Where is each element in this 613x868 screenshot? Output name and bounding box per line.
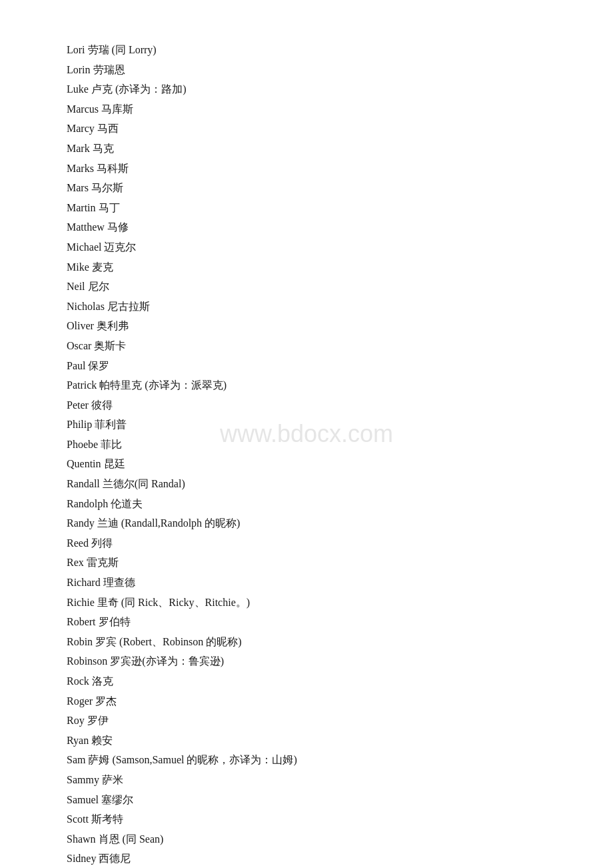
list-item: Rex 雷克斯 xyxy=(67,553,546,573)
list-item: Robinson 罗宾逊(亦译为：鲁宾逊) xyxy=(67,651,546,671)
list-item: Robin 罗宾 (Robert、Robinson 的昵称) xyxy=(67,632,546,652)
list-item: Mars 马尔斯 xyxy=(67,178,546,198)
list-item: Mike 麦克 xyxy=(67,257,546,277)
list-item: Mark 马克 xyxy=(67,139,546,159)
list-item: Sammy 萨米 xyxy=(67,770,546,790)
list-item: Randall 兰德尔(同 Randal) xyxy=(67,474,546,494)
list-item: Oscar 奥斯卡 xyxy=(67,336,546,356)
list-item: Neil 尼尔 xyxy=(67,277,546,297)
list-item: Samuel 塞缪尔 xyxy=(67,790,546,810)
list-item: Lori 劳瑞 (同 Lorry) xyxy=(67,40,546,60)
list-item: Quentin 昆廷 xyxy=(67,454,546,474)
list-item: Nicholas 尼古拉斯 xyxy=(67,297,546,317)
list-item: Luke 卢克 (亦译为：路加) xyxy=(67,79,546,99)
list-item: Roy 罗伊 xyxy=(67,711,546,731)
list-item: Scott 斯考特 xyxy=(67,809,546,829)
list-item: Oliver 奥利弗 xyxy=(67,316,546,336)
list-item: Randolph 伦道夫 xyxy=(67,494,546,514)
list-item: Richie 里奇 (同 Rick、Ricky、Ritchie。) xyxy=(67,593,546,613)
content-area: Lori 劳瑞 (同 Lorry)Lorin 劳瑞恩Luke 卢克 (亦译为：路… xyxy=(0,0,613,868)
list-item: Shawn 肖恩 (同 Sean) xyxy=(67,829,546,849)
list-item: Paul 保罗 xyxy=(67,356,546,376)
list-item: Phoebe 菲比 xyxy=(67,435,546,455)
list-item: Michael 迈克尔 xyxy=(67,237,546,257)
list-item: Ryan 赖安 xyxy=(67,731,546,751)
list-item: Sidney 西德尼 xyxy=(67,849,546,868)
list-item: Richard 理查德 xyxy=(67,573,546,593)
list-item: Patrick 帕特里克 (亦译为：派翠克) xyxy=(67,375,546,395)
list-item: Matthew 马修 xyxy=(67,217,546,237)
list-item: Roger 罗杰 xyxy=(67,691,546,711)
list-item: Robert 罗伯特 xyxy=(67,612,546,632)
list-item: Marcus 马库斯 xyxy=(67,99,546,119)
list-item: Lorin 劳瑞恩 xyxy=(67,60,546,80)
list-item: Marcy 马西 xyxy=(67,119,546,139)
list-item: Reed 列得 xyxy=(67,533,546,553)
list-item: Rock 洛克 xyxy=(67,671,546,691)
list-item: Randy 兰迪 (Randall,Randolph 的昵称) xyxy=(67,513,546,533)
list-item: Sam 萨姆 (Samson,Samuel 的昵称，亦译为：山姆) xyxy=(67,750,546,770)
list-item: Peter 彼得 xyxy=(67,395,546,415)
list-item: Philip 菲利普 xyxy=(67,415,546,435)
list-item: Marks 马科斯 xyxy=(67,159,546,179)
list-item: Martin 马丁 xyxy=(67,198,546,218)
